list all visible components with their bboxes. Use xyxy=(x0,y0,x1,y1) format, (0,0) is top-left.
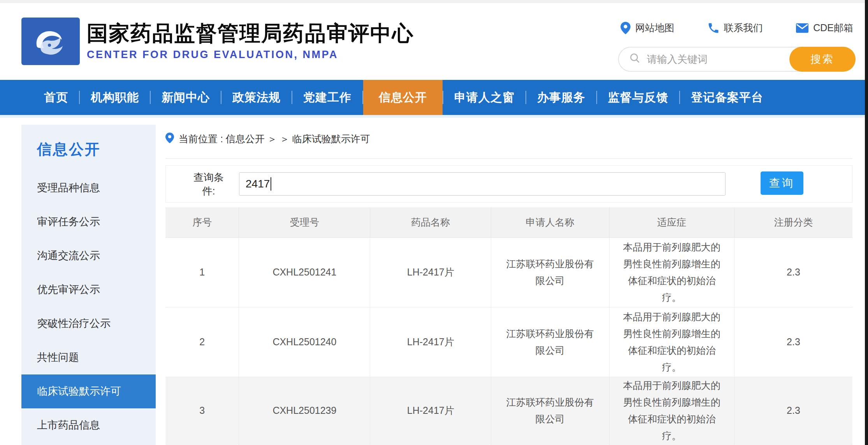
cde-mail-label: CDE邮箱 xyxy=(813,21,853,34)
breadcrumb: 当前位置 : 信息公开 ＞ ＞ 临床试验默示许可 xyxy=(165,132,852,145)
table-header-row: 序号受理号药品名称申请人名称适应症注册分类 xyxy=(165,207,852,237)
sidebar-item-3[interactable]: 沟通交流公示 xyxy=(21,239,156,273)
column-header: 受理号 xyxy=(239,207,370,237)
site-title: 国家药品监督管理局药品审评中心 xyxy=(87,22,414,45)
site-header: 国家药品监督管理局药品审评中心 CENTER FOR DRUG EVALUATI… xyxy=(0,3,868,80)
table-cell: LH-2417片 xyxy=(370,237,491,307)
table-cell: LH-2417片 xyxy=(370,307,491,377)
sidebar-item-7[interactable]: 临床试验默示许可 xyxy=(21,374,156,408)
query-button[interactable]: 查询 xyxy=(761,171,803,195)
nav-item-6[interactable]: 信息公开 xyxy=(363,80,443,115)
location-pin-icon xyxy=(620,22,631,34)
scrollbar[interactable] xyxy=(865,0,868,445)
table-body: 1CXHL2501241LH-2417片江苏联环药业股份有限公司本品用于前列腺肥… xyxy=(165,237,852,445)
main-content: 当前位置 : 信息公开 ＞ ＞ 临床试验默示许可 查询条件: 2417 查询 序… xyxy=(165,132,852,445)
table-row[interactable]: 2CXHL2501240LH-2417片江苏联环药业股份有限公司本品用于前列腺肥… xyxy=(165,307,852,377)
location-pin-icon xyxy=(165,132,174,145)
column-header: 药品名称 xyxy=(370,207,491,237)
mail-icon xyxy=(796,23,808,33)
table-cell: 本品用于前列腺肥大的男性良性前列腺增生的体征和症状的初始治疗。 xyxy=(609,377,734,444)
header-right: 网站地图 联系我们 CDE邮箱 xyxy=(619,21,856,72)
query-panel: 查询条件: 2417 查询 xyxy=(165,165,852,203)
sidebar-item-6[interactable]: 共性问题 xyxy=(21,341,156,374)
table-cell: LH-2417片 xyxy=(370,377,491,444)
contact-label: 联系我们 xyxy=(724,21,763,34)
table-cell: CXHL2501240 xyxy=(239,307,370,377)
site-subtitle: CENTER FOR DRUG EVALUATION, NMPA xyxy=(87,49,414,61)
search-placeholder: 请输入关键词 xyxy=(647,53,708,66)
column-header: 注册分类 xyxy=(734,207,852,237)
page: 国家药品监督管理局药品审评中心 CENTER FOR DRUG EVALUATI… xyxy=(0,0,868,445)
query-value: 2417 xyxy=(246,178,270,190)
nav-item-7[interactable]: 申请人之窗 xyxy=(443,80,525,115)
nav-item-10[interactable]: 登记备案平台 xyxy=(680,80,774,115)
column-header: 申请人名称 xyxy=(491,207,610,237)
sidebar-item-1[interactable]: 受理品种信息 xyxy=(21,171,156,205)
sitemap-label: 网站地图 xyxy=(635,21,674,34)
text-caret xyxy=(271,177,271,191)
divider xyxy=(165,158,852,159)
cde-mail-link[interactable]: CDE邮箱 xyxy=(796,21,853,34)
nav-item-9[interactable]: 监督与反馈 xyxy=(597,80,679,115)
search-button[interactable]: 搜索 xyxy=(789,47,856,72)
brand: 国家药品监督管理局药品审评中心 CENTER FOR DRUG EVALUATI… xyxy=(21,18,414,65)
cde-logo-icon xyxy=(21,18,80,65)
table-cell: 本品用于前列腺肥大的男性良性前列腺增生的体征和症状的初始治疗。 xyxy=(609,237,734,307)
sidebar-title: 信息公开 xyxy=(21,140,156,159)
table-cell: 江苏联环药业股份有限公司 xyxy=(491,377,610,444)
sitemap-link[interactable]: 网站地图 xyxy=(620,21,674,34)
sidebar-menu: 受理品种信息审评任务公示沟通交流公示优先审评公示突破性治疗公示共性问题临床试验默… xyxy=(21,171,156,442)
nav-item-8[interactable]: 办事服务 xyxy=(526,80,596,115)
main-nav: 首页机构职能新闻中心政策法规党建工作信息公开申请人之窗办事服务监督与反馈登记备案… xyxy=(0,80,868,115)
table-cell: 江苏联环药业股份有限公司 xyxy=(491,307,610,377)
phone-icon xyxy=(708,22,719,34)
nav-item-3[interactable]: 新闻中心 xyxy=(151,80,221,115)
sidebar-item-8[interactable]: 上市药品信息 xyxy=(21,408,156,442)
sidebar-item-4[interactable]: 优先审评公示 xyxy=(21,273,156,307)
table-cell: 2 xyxy=(165,307,239,377)
quick-links: 网站地图 联系我们 CDE邮箱 xyxy=(619,21,856,34)
sidebar-item-5[interactable]: 突破性治疗公示 xyxy=(21,307,156,341)
table-row[interactable]: 3CXHL2501239LH-2417片江苏联环药业股份有限公司本品用于前列腺肥… xyxy=(165,377,852,444)
nav-item-5[interactable]: 党建工作 xyxy=(292,80,362,115)
nav-underline xyxy=(0,115,868,118)
table-cell: 2.3 xyxy=(734,307,852,377)
table-cell: 1 xyxy=(165,237,239,307)
nav-item-1[interactable]: 首页 xyxy=(33,80,79,115)
search-input[interactable]: 请输入关键词 搜索 xyxy=(618,47,856,72)
sidebar: 信息公开 受理品种信息审评任务公示沟通交流公示优先审评公示突破性治疗公示共性问题… xyxy=(21,125,156,445)
nav-item-2[interactable]: 机构职能 xyxy=(80,80,150,115)
query-label: 查询条件: xyxy=(191,171,227,198)
sidebar-item-2[interactable]: 审评任务公示 xyxy=(21,205,156,239)
table-row[interactable]: 1CXHL2501241LH-2417片江苏联环药业股份有限公司本品用于前列腺肥… xyxy=(165,237,852,307)
column-header: 序号 xyxy=(165,207,239,237)
results-table: 序号受理号药品名称申请人名称适应症注册分类 1CXHL2501241LH-241… xyxy=(165,207,852,445)
breadcrumb-text: 当前位置 : 信息公开 ＞ ＞ 临床试验默示许可 xyxy=(179,132,370,145)
table-cell: 3 xyxy=(165,377,239,444)
table-cell: CXHL2501239 xyxy=(239,377,370,444)
table-cell: CXHL2501241 xyxy=(239,237,370,307)
table-cell: 2.3 xyxy=(734,377,852,444)
table-cell: 本品用于前列腺肥大的男性良性前列腺增生的体征和症状的初始治疗。 xyxy=(609,307,734,377)
top-hairline xyxy=(0,0,868,3)
site-titles: 国家药品监督管理局药品审评中心 CENTER FOR DRUG EVALUATI… xyxy=(87,22,414,61)
contact-link[interactable]: 联系我们 xyxy=(708,21,763,34)
table-cell: 2.3 xyxy=(734,237,852,307)
search-row: 请输入关键词 搜索 xyxy=(619,47,856,72)
table-cell: 江苏联环药业股份有限公司 xyxy=(491,237,610,307)
query-input[interactable]: 2417 xyxy=(239,172,726,196)
nav-item-4[interactable]: 政策法规 xyxy=(221,80,292,115)
column-header: 适应症 xyxy=(609,207,734,237)
search-icon xyxy=(629,53,641,66)
